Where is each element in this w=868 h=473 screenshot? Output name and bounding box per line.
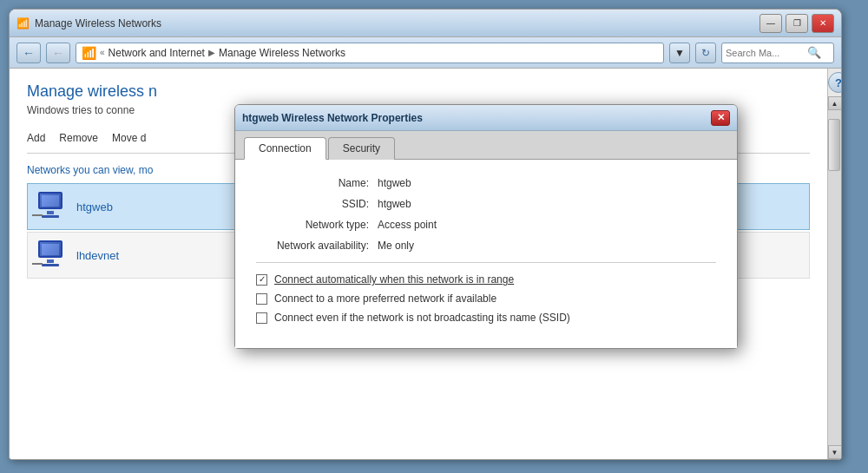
address-icon: 📶 (82, 46, 96, 60)
address-bar: ← ← 📶 « Network and Internet ▶ Manage Wi… (10, 37, 841, 69)
help-button[interactable]: ? (828, 72, 842, 93)
tab-content-connection: Name: htgweb SSID: htgweb Network type: … (235, 160, 737, 348)
refresh-button[interactable]: ↻ (695, 43, 716, 63)
checkbox-label-no-broadcast: Connect even if the network is not broad… (274, 312, 570, 324)
network-name-lhdevnet: lhdevnet (76, 249, 119, 262)
divider (256, 262, 716, 263)
search-icon: 🔍 (807, 46, 821, 59)
network-type-value: Access point (378, 219, 437, 231)
network-name-htgweb: htgweb (76, 200, 113, 214)
name-label: Name: (256, 177, 378, 189)
field-network-availability-row: Network availability: Me only (256, 240, 716, 252)
network-availability-value: Me only (378, 240, 414, 252)
checkbox-preferred[interactable] (256, 293, 267, 305)
minimize-button[interactable]: — (760, 14, 782, 33)
scroll-down-button[interactable]: ▼ (828, 445, 842, 459)
move-down-button[interactable]: Move d (112, 130, 146, 146)
dialog-body: Connection Security Name: htgweb SSID: h… (235, 131, 737, 348)
title-bar-title: Manage Wireless Networks (35, 17, 161, 30)
title-bar-icon: 📶 (16, 17, 30, 30)
search-box: 🔍 (721, 43, 834, 63)
title-bar-left: 📶 Manage Wireless Networks (16, 17, 161, 30)
scroll-track (828, 110, 841, 445)
checkbox-row-no-broadcast: Connect even if the network is not broad… (256, 312, 716, 324)
network-type-label: Network type: (256, 219, 378, 231)
breadcrumb-separator: « (100, 48, 105, 57)
dialog-window: htgweb Wireless Network Properties ✕ Con… (234, 104, 738, 349)
close-button[interactable]: ✕ (812, 14, 834, 33)
network-availability-label: Network availability: (256, 240, 378, 252)
checkbox-row-preferred: Connect to a more preferred network if a… (256, 292, 716, 305)
forward-button[interactable]: ← (46, 43, 70, 63)
tab-bar: Connection Security (235, 131, 737, 160)
checkbox-auto-connect[interactable]: ✓ (256, 274, 267, 286)
field-name-row: Name: htgweb (256, 177, 716, 189)
address-dropdown-button[interactable]: ▼ (669, 43, 690, 63)
maximize-button[interactable]: ❐ (786, 14, 808, 33)
name-value: htgweb (378, 177, 411, 189)
ssid-value: htgweb (378, 198, 411, 210)
network-icon-htgweb (33, 191, 68, 222)
breadcrumb-2: Manage Wireless Networks (219, 47, 345, 59)
tab-connection[interactable]: Connection (244, 137, 326, 160)
checkmark-auto-connect: ✓ (259, 275, 266, 284)
breadcrumb-arrow: ▶ (208, 48, 215, 57)
scrollbar: ? ▲ ▼ (827, 69, 841, 459)
scroll-thumb[interactable] (828, 119, 840, 171)
scroll-up-button[interactable]: ▲ (828, 96, 842, 110)
breadcrumb-1: Network and Internet (108, 47, 205, 59)
dialog-title-bar: htgweb Wireless Network Properties ✕ (235, 105, 737, 131)
field-network-type-row: Network type: Access point (256, 219, 716, 231)
checkbox-row-auto-connect: ✓ Connect automatically when this networ… (256, 273, 716, 286)
title-bar: 📶 Manage Wireless Networks — ❐ ✕ (10, 10, 841, 37)
search-input[interactable] (726, 48, 804, 58)
checkbox-label-preferred: Connect to a more preferred network if a… (274, 292, 496, 305)
dialog-title: htgweb Wireless Network Properties (242, 112, 423, 124)
back-button[interactable]: ← (16, 43, 41, 63)
checkbox-label-auto-connect: Connect automatically when this network … (274, 273, 514, 286)
page-title: Manage wireless n (27, 82, 810, 101)
checkbox-no-broadcast[interactable] (256, 312, 267, 324)
tab-security[interactable]: Security (328, 137, 395, 160)
field-ssid-row: SSID: htgweb (256, 198, 716, 210)
address-path[interactable]: 📶 « Network and Internet ▶ Manage Wirele… (76, 43, 664, 63)
dialog-close-button[interactable]: ✕ (711, 110, 730, 126)
ssid-label: SSID: (256, 198, 378, 210)
title-bar-controls: — ❐ ✕ (760, 14, 834, 33)
add-button[interactable]: Add (27, 130, 45, 146)
network-icon-lhdevnet (33, 240, 68, 271)
remove-button[interactable]: Remove (59, 130, 98, 146)
